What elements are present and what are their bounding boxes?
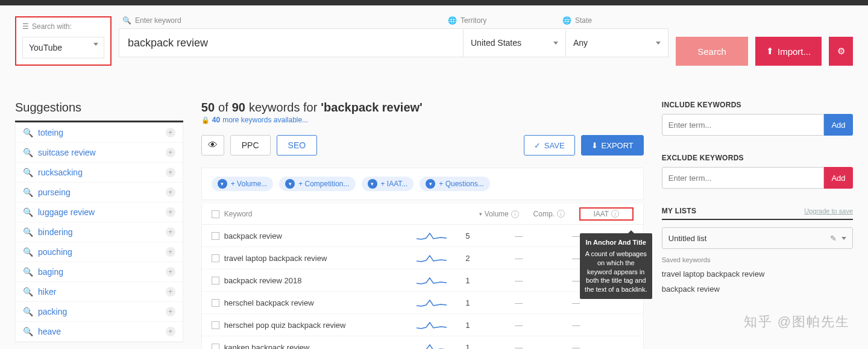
- add-suggestion-button[interactable]: +: [166, 247, 175, 257]
- list-select[interactable]: Untitled list ✎: [662, 227, 853, 249]
- comp-cell: —: [489, 276, 549, 285]
- add-suggestion-button[interactable]: +: [166, 267, 175, 277]
- gear-icon: ⚙: [837, 46, 845, 57]
- suggestion-text: pouching: [38, 247, 72, 257]
- row-checkbox[interactable]: [212, 232, 219, 240]
- territory-select[interactable]: United States: [464, 28, 566, 57]
- tab-seo[interactable]: SEO: [277, 135, 318, 156]
- suggestion-item[interactable]: 🔍luggage review+: [16, 203, 183, 222]
- search-icon: 🔍: [23, 227, 33, 237]
- saved-keyword-item[interactable]: travel laptop backpack review: [662, 269, 853, 278]
- info-icon[interactable]: i: [511, 210, 519, 218]
- search-with-select[interactable]: YouTube: [22, 37, 104, 58]
- info-icon[interactable]: i: [557, 210, 565, 218]
- keyword-cell[interactable]: backpack review: [224, 231, 282, 241]
- eye-icon: 👁: [208, 140, 218, 151]
- keyword-cell[interactable]: herschel backpack review: [224, 298, 314, 307]
- row-checkbox[interactable]: [212, 277, 219, 285]
- export-label: EXPORT: [602, 141, 634, 150]
- state-value: Any: [573, 38, 588, 48]
- suggestion-text: hiker: [38, 287, 56, 297]
- filter-chip[interactable]: ▾+ Volume...: [212, 177, 273, 191]
- exclude-add-button[interactable]: Add: [824, 167, 853, 189]
- keyword-cell[interactable]: backpack review 2018: [224, 276, 302, 285]
- search-icon: 🔍: [23, 287, 33, 297]
- suggestion-item[interactable]: 🔍rucksacking+: [16, 163, 183, 183]
- column-iaat[interactable]: IAAT: [593, 210, 609, 218]
- suggestion-item[interactable]: 🔍purseing+: [16, 183, 183, 203]
- suggestion-item[interactable]: 🔍baging+: [16, 262, 183, 282]
- edit-icon[interactable]: ✎: [830, 234, 837, 243]
- suggestion-text: packing: [38, 307, 67, 316]
- suggestion-item[interactable]: 🔍heave+: [16, 322, 183, 342]
- suggestion-text: purseing: [38, 187, 71, 197]
- suggestion-item[interactable]: 🔍toteing+: [16, 123, 183, 143]
- search-icon: 🔍: [23, 187, 33, 197]
- keyword-input[interactable]: [119, 28, 464, 57]
- select-all-checkbox[interactable]: [212, 210, 219, 218]
- import-button[interactable]: ⬆ Import...: [755, 37, 822, 66]
- add-suggestion-button[interactable]: +: [166, 327, 175, 336]
- suggestion-item[interactable]: 🔍packing+: [16, 302, 183, 322]
- export-button[interactable]: ⬇ EXPORT: [581, 135, 644, 156]
- add-suggestion-button[interactable]: +: [166, 287, 175, 297]
- keyword-cell[interactable]: travel laptop backpack review: [224, 254, 327, 263]
- add-suggestion-button[interactable]: +: [166, 187, 175, 197]
- column-keyword[interactable]: Keyword: [224, 210, 253, 218]
- state-select[interactable]: Any: [566, 28, 668, 57]
- keyword-cell[interactable]: herschel pop quiz backpack review: [224, 321, 346, 330]
- suggestion-item[interactable]: 🔍pouching+: [16, 242, 183, 262]
- row-checkbox[interactable]: [212, 299, 219, 307]
- add-suggestion-button[interactable]: +: [166, 168, 175, 177]
- iaat-cell: —: [549, 298, 603, 307]
- row-checkbox[interactable]: [212, 321, 219, 329]
- search-button[interactable]: Search: [676, 37, 748, 66]
- column-comp[interactable]: Comp.: [533, 210, 555, 218]
- info-icon[interactable]: i: [611, 210, 619, 218]
- more-keywords-link[interactable]: 🔒 40 more keywords available...: [201, 116, 644, 124]
- add-suggestion-button[interactable]: +: [166, 307, 175, 316]
- include-add-button[interactable]: Add: [824, 114, 853, 136]
- suggestion-item[interactable]: 🔍hiker+: [16, 282, 183, 302]
- row-checkbox[interactable]: [212, 254, 219, 262]
- add-suggestion-button[interactable]: +: [166, 148, 175, 157]
- upgrade-link[interactable]: Upgrade to save: [804, 207, 853, 215]
- chip-label: + IAAT...: [381, 180, 408, 188]
- add-suggestion-button[interactable]: +: [166, 227, 175, 237]
- suggestion-text: toteing: [38, 128, 63, 137]
- filter-chip[interactable]: ▾+ IAAT...: [362, 177, 414, 191]
- exclude-term-input[interactable]: [662, 167, 824, 189]
- suggestion-item[interactable]: 🔍suitcase review+: [16, 143, 183, 163]
- suggestion-item[interactable]: 🔍bindering+: [16, 222, 183, 242]
- column-volume[interactable]: Volume: [485, 210, 509, 218]
- lock-text: more keywords available...: [222, 116, 308, 124]
- search-icon: 🔍: [23, 267, 33, 277]
- include-term-input[interactable]: [662, 114, 824, 136]
- exclude-keywords-title: EXCLUDE KEYWORDS: [662, 154, 853, 162]
- save-button[interactable]: ✓ SAVE: [524, 135, 575, 156]
- filter-chip[interactable]: ▾+ Questions...: [420, 177, 489, 191]
- saved-keywords-label: Saved keywords: [662, 256, 853, 263]
- download-icon: ⬇: [591, 141, 598, 150]
- keyword-cell[interactable]: kanken backpack review: [224, 343, 310, 350]
- volume-cell: 2: [447, 254, 489, 263]
- column-iaat-highlight: IAAT i: [579, 207, 634, 221]
- filter-chip[interactable]: ▾+ Competition...: [279, 177, 355, 191]
- row-checkbox[interactable]: [212, 344, 219, 350]
- list-selected-value: Untitled list: [668, 234, 707, 243]
- add-suggestion-button[interactable]: +: [166, 128, 175, 137]
- chevron-down-icon: [656, 42, 661, 45]
- add-suggestion-button[interactable]: +: [166, 207, 175, 217]
- visibility-toggle[interactable]: 👁: [201, 135, 224, 156]
- state-label: State: [575, 16, 592, 25]
- suggestion-text: heave: [38, 327, 61, 336]
- table-header: Keyword ▾ Volume i Comp. i IAAT i: [202, 204, 643, 225]
- table-row: kanken backpack review1——: [202, 336, 643, 349]
- saved-keyword-item[interactable]: backpack review: [662, 285, 853, 294]
- settings-button[interactable]: ⚙: [829, 37, 853, 66]
- chevron-down-icon: [553, 42, 558, 45]
- tab-ppc[interactable]: PPC: [230, 135, 271, 156]
- my-lists-title: MY LISTS: [662, 207, 697, 215]
- check-icon: ✓: [534, 141, 541, 150]
- sparkline: [417, 319, 447, 331]
